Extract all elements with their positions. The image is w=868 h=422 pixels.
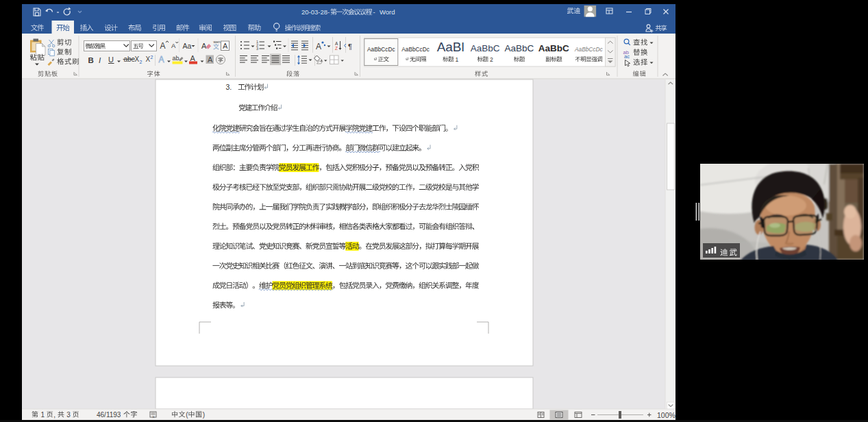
- svg-text:wen: wen: [213, 40, 221, 44]
- svg-text:20-03-28-: 20-03-28-: [301, 8, 330, 16]
- svg-text:Aa: Aa: [183, 42, 192, 50]
- svg-text:A: A: [223, 42, 228, 50]
- svg-text:AaBbC: AaBbC: [471, 43, 500, 53]
- svg-text:2: 2: [151, 55, 153, 60]
- svg-text:AaBbCcDc: AaBbCcDc: [367, 46, 395, 53]
- svg-text:Z: Z: [335, 46, 338, 51]
- svg-text:46/1193: 46/1193: [97, 411, 121, 419]
- svg-text:X: X: [135, 55, 140, 63]
- svg-text:AaBl: AaBl: [437, 40, 464, 54]
- svg-text:A: A: [201, 42, 207, 50]
- svg-text:ac: ac: [624, 53, 630, 60]
- svg-text:-: -: [373, 8, 375, 16]
- svg-text:1: 1: [40, 411, 45, 419]
- svg-text:100%: 100%: [657, 411, 675, 419]
- svg-text:,: ,: [53, 411, 55, 419]
- svg-text:2: 2: [140, 60, 142, 64]
- svg-text:3: 3: [256, 47, 258, 51]
- svg-text:A: A: [316, 42, 321, 51]
- svg-text:Word: Word: [380, 8, 395, 16]
- svg-text:A: A: [171, 42, 176, 49]
- svg-text:3: 3: [66, 411, 71, 419]
- svg-text:AaBbCcDc: AaBbCcDc: [401, 46, 430, 53]
- svg-text:ab: ab: [173, 55, 179, 62]
- svg-text:A: A: [190, 54, 196, 62]
- svg-text:): ): [203, 411, 205, 419]
- svg-text:AaBbC: AaBbC: [538, 43, 569, 53]
- svg-text:U: U: [108, 55, 114, 64]
- svg-text:X: X: [146, 55, 151, 63]
- svg-text:A: A: [335, 41, 338, 46]
- svg-text:AaBbCcDc: AaBbCcDc: [574, 46, 603, 53]
- svg-text:A: A: [208, 55, 213, 64]
- svg-text:A: A: [159, 55, 164, 64]
- svg-text:¶: ¶: [348, 42, 352, 51]
- svg-text:1: 1: [456, 56, 459, 63]
- svg-text:2: 2: [490, 56, 493, 63]
- svg-text:A: A: [160, 41, 166, 51]
- svg-text:AaBbC: AaBbC: [504, 43, 534, 53]
- svg-text:×: ×: [152, 414, 155, 419]
- svg-text:B: B: [88, 56, 94, 64]
- svg-text:3.: 3.: [226, 83, 232, 91]
